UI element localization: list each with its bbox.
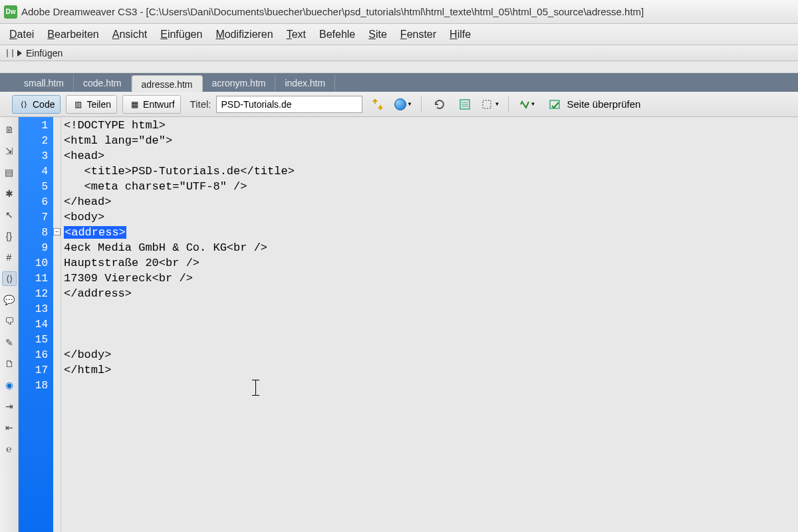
visual-aids-button[interactable]: ▼ xyxy=(480,95,500,114)
highlight-invalid-icon[interactable]: ⟨⟩ xyxy=(2,271,17,286)
validate-button[interactable]: ▼ xyxy=(517,95,537,114)
document-tab[interactable]: code.htm xyxy=(74,74,132,92)
menu-text[interactable]: Text xyxy=(287,29,306,41)
insert-panel-label: Einfügen xyxy=(26,48,63,59)
line-number: 2 xyxy=(19,134,53,149)
code-line[interactable] xyxy=(64,317,798,332)
recent-snippets-icon[interactable]: 🗋 xyxy=(2,356,17,371)
menu-einfuegen[interactable]: Einfügen xyxy=(160,29,202,41)
code-line[interactable]: <html lang="de"> xyxy=(64,133,798,148)
code-line[interactable] xyxy=(64,301,798,317)
refresh-button[interactable] xyxy=(430,95,450,114)
document-tab[interactable]: acronym.htm xyxy=(203,74,276,92)
line-numbers-icon[interactable]: ↖ xyxy=(2,207,17,222)
check-site-button[interactable]: Seite überprüfen xyxy=(542,95,648,114)
selected-text: <address> xyxy=(64,226,126,239)
edit-snippets-icon[interactable]: ✎ xyxy=(2,335,17,350)
fold-marker-icon[interactable]: − xyxy=(53,228,61,235)
line-number: 16 xyxy=(19,348,53,363)
line-number: 14 xyxy=(19,317,53,332)
menu-fenster[interactable]: Fenster xyxy=(400,29,436,41)
code-view-label: Code xyxy=(33,99,55,110)
code-line[interactable]: <title>PSD-Tutorials.de</title> xyxy=(64,164,798,179)
globe-icon xyxy=(394,98,406,110)
code-line[interactable]: 17309 Viereck<br /> xyxy=(64,271,798,286)
code-line[interactable] xyxy=(64,378,798,393)
menu-ansicht[interactable]: Ansicht xyxy=(112,29,147,41)
code-line[interactable]: </html> xyxy=(64,362,798,378)
title-input[interactable] xyxy=(216,96,362,113)
menu-site[interactable]: Site xyxy=(368,29,387,41)
menu-hilfe[interactable]: Hilfe xyxy=(450,29,471,41)
code-line[interactable]: </head> xyxy=(64,194,798,209)
outdent-icon[interactable]: ⇤ xyxy=(2,420,17,435)
menu-modifizieren[interactable]: Modifizieren xyxy=(215,29,273,41)
select-parent-icon[interactable]: ▤ xyxy=(2,165,17,180)
code-line[interactable]: <!DOCTYPE html> xyxy=(64,118,798,133)
window-titlebar: Dw Adobe Dreamweaver CS3 - [C:\Users\Dan… xyxy=(0,0,798,24)
fold-column: − xyxy=(53,117,61,532)
indent-icon[interactable]: ⇥ xyxy=(2,399,17,414)
line-number: 15 xyxy=(19,332,53,348)
word-wrap-icon[interactable]: # xyxy=(2,250,17,265)
code-line[interactable]: <body> xyxy=(64,209,798,225)
design-view-button[interactable]: ▦ Entwurf xyxy=(122,95,180,114)
toolbar-separator xyxy=(508,96,509,112)
line-number: 18 xyxy=(19,378,53,394)
view-toolbar: ⟨⟩ Code ▥ Teilen ▦ Entwurf Titel: ▼ ▼ ▼ … xyxy=(0,92,798,117)
format-source-icon[interactable]: ℮ xyxy=(2,442,17,456)
document-tabs: small.htmcode.htmadresse.htmacronym.htmi… xyxy=(0,73,798,92)
menu-bearbeiten[interactable]: Bearbeiten xyxy=(47,29,98,41)
sync-icon[interactable] xyxy=(368,95,388,114)
app-icon: Dw xyxy=(4,5,17,19)
code-line[interactable]: <head> xyxy=(64,148,798,164)
menu-bar: Datei Bearbeiten Ansicht Einfügen Modifi… xyxy=(0,24,798,45)
code-line[interactable]: 4eck Media GmbH & Co. KG<br /> xyxy=(64,240,798,255)
code-line[interactable]: </body> xyxy=(64,347,798,362)
document-tab[interactable]: adresse.htm xyxy=(132,75,203,92)
design-view-label: Entwurf xyxy=(143,99,174,110)
view-options-button[interactable] xyxy=(455,95,475,114)
code-editor: 🗎 ⇲ ▤ ✱ ↖ {} # ⟨⟩ 💬 🗨 ✎ 🗋 ◉ ⇥ ⇤ ℮ 123456… xyxy=(0,117,798,532)
code-icon: ⟨⟩ xyxy=(18,98,30,110)
browser-preview-button[interactable]: ▼ xyxy=(393,95,413,114)
chevron-down-icon: ▼ xyxy=(495,101,500,107)
code-line[interactable]: <address> xyxy=(64,225,798,240)
menu-befehle[interactable]: Befehle xyxy=(319,29,355,41)
balance-braces-icon[interactable]: ✱ xyxy=(2,186,17,201)
chevron-down-icon: ▼ xyxy=(407,101,412,107)
document-tab[interactable]: index.htm xyxy=(275,74,335,92)
apply-comment-icon[interactable]: 🗨 xyxy=(2,314,17,329)
line-number: 9 xyxy=(19,241,53,256)
move-css-icon[interactable]: ◉ xyxy=(2,378,17,392)
toolbar-separator xyxy=(421,96,422,112)
code-line[interactable]: </address> xyxy=(64,286,798,301)
code-view-button[interactable]: ⟨⟩ Code xyxy=(12,95,61,114)
line-number: 10 xyxy=(19,256,53,271)
svg-rect-4 xyxy=(483,100,491,108)
line-number: 5 xyxy=(19,180,53,195)
title-label: Titel: xyxy=(190,98,211,110)
code-line[interactable] xyxy=(64,332,798,347)
document-tab[interactable]: small.htm xyxy=(15,74,74,92)
collapse-tag-icon[interactable]: ⇲ xyxy=(2,144,17,158)
code-line[interactable]: Hauptstraße 20<br /> xyxy=(64,255,798,271)
line-number: 1 xyxy=(19,118,53,134)
syntax-error-icon[interactable]: 💬 xyxy=(2,293,17,307)
braces-icon[interactable]: {} xyxy=(2,229,17,243)
code-area[interactable]: <!DOCTYPE html><html lang="de"><head> <t… xyxy=(61,117,798,532)
split-view-label: Teilen xyxy=(86,99,111,110)
line-number: 12 xyxy=(19,287,53,302)
line-number-gutter: 123456789101112131415161718 xyxy=(19,117,53,532)
line-number: 11 xyxy=(19,271,53,287)
code-vertical-toolbar: 🗎 ⇲ ▤ ✱ ↖ {} # ⟨⟩ 💬 🗨 ✎ 🗋 ◉ ⇥ ⇤ ℮ xyxy=(0,117,19,532)
open-documents-icon[interactable]: 🗎 xyxy=(2,122,17,137)
insert-panel-header[interactable]: Einfügen xyxy=(0,45,798,61)
line-number: 3 xyxy=(19,149,53,164)
line-number: 8 xyxy=(19,225,53,241)
code-line[interactable]: <meta charset="UTF-8" /> xyxy=(64,179,798,194)
split-view-button[interactable]: ▥ Teilen xyxy=(66,95,117,114)
menu-datei[interactable]: Datei xyxy=(9,29,34,41)
line-number: 4 xyxy=(19,164,53,180)
line-number: 7 xyxy=(19,210,53,225)
